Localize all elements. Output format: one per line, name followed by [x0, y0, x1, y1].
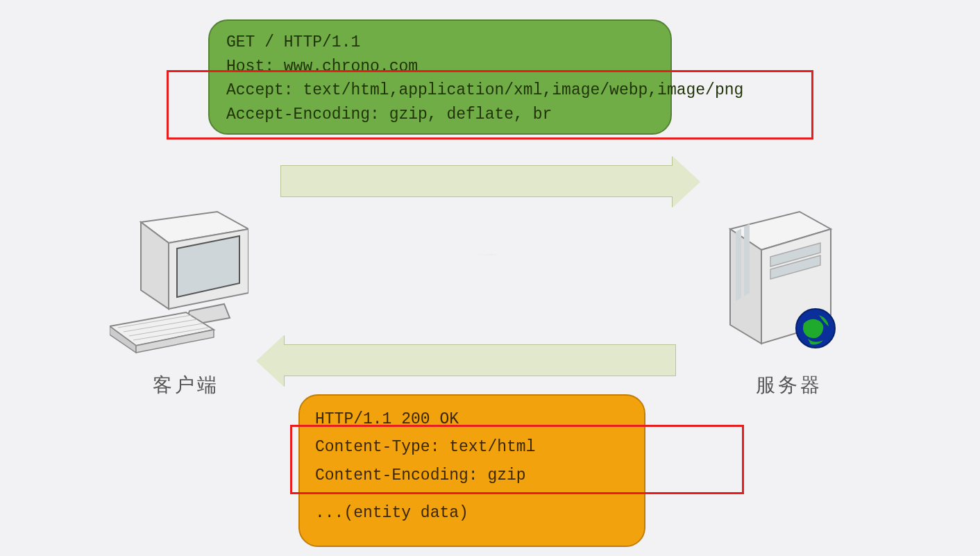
- server-icon: [716, 201, 848, 354]
- server-label: 服务器: [756, 372, 822, 398]
- response-line-3: Content-Encoding: gzip: [315, 462, 629, 489]
- client-label: 客户端: [153, 372, 219, 398]
- request-line-2: Host: www.chrono.com: [226, 55, 654, 79]
- globe-icon: [796, 309, 835, 348]
- request-arrow: [280, 165, 676, 197]
- request-line-1: GET / HTTP/1.1: [226, 31, 654, 55]
- response-line-4: ...(entity data): [315, 499, 629, 527]
- response-line-1: HTTP/1.1 200 OK: [315, 405, 629, 433]
- response-arrow: [280, 344, 676, 376]
- svg-rect-20: [744, 224, 750, 296]
- http-request-box: GET / HTTP/1.1 Host: www.chrono.com Acce…: [208, 19, 672, 135]
- request-line-3: Accept: text/html,application/xml,image/…: [226, 78, 654, 103]
- http-response-box: HTTP/1.1 200 OK Content-Type: text/html …: [298, 394, 645, 547]
- request-line-4: Accept-Encoding: gzip, deflate, br: [226, 103, 654, 127]
- response-line-2: Content-Type: text/html: [315, 433, 629, 461]
- client-computer-icon: [110, 208, 248, 354]
- svg-rect-19: [736, 228, 741, 301]
